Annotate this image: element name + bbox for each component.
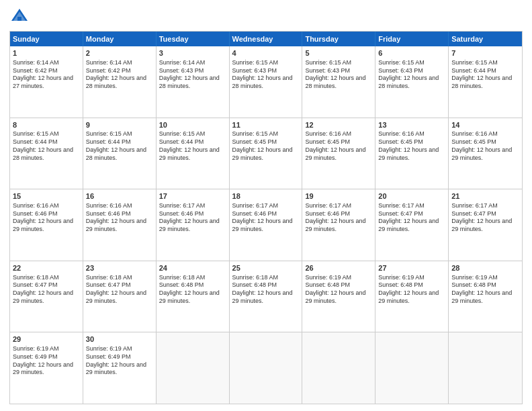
col-header-wednesday: Wednesday [230,32,303,46]
cal-cell: 5Sunrise: 6:15 AMSunset: 6:43 PMDaylight… [302,46,375,118]
cell-info: Sunrise: 6:17 AMSunset: 6:47 PMDaylight:… [451,202,519,234]
cell-info: Sunrise: 6:18 AMSunset: 6:48 PMDaylight:… [232,274,300,306]
cell-info: Sunrise: 6:19 AMSunset: 6:49 PMDaylight:… [86,345,153,377]
cal-cell [375,332,449,404]
day-number: 8 [13,120,80,130]
day-number: 23 [86,263,153,273]
day-number: 13 [378,120,445,130]
cal-cell [157,332,230,404]
cal-cell: 3Sunrise: 6:14 AMSunset: 6:43 PMDaylight… [157,46,230,118]
cell-info: Sunrise: 6:19 AMSunset: 6:49 PMDaylight:… [13,345,80,377]
day-number: 22 [13,263,80,273]
cell-info: Sunrise: 6:19 AMSunset: 6:48 PMDaylight:… [378,274,445,306]
cell-info: Sunrise: 6:19 AMSunset: 6:48 PMDaylight:… [451,274,519,306]
day-number: 11 [232,120,300,130]
cal-cell: 27Sunrise: 6:19 AMSunset: 6:48 PMDayligh… [375,261,449,332]
cal-cell: 26Sunrise: 6:19 AMSunset: 6:48 PMDayligh… [302,261,375,332]
cal-cell: 9Sunrise: 6:15 AMSunset: 6:44 PMDaylight… [83,118,157,189]
cal-cell: 25Sunrise: 6:18 AMSunset: 6:48 PMDayligh… [230,261,303,332]
day-number: 7 [451,48,519,58]
cal-cell: 7Sunrise: 6:15 AMSunset: 6:44 PMDaylight… [449,46,522,118]
day-number: 1 [13,48,80,58]
day-number: 21 [451,191,519,201]
cell-info: Sunrise: 6:15 AMSunset: 6:45 PMDaylight:… [232,130,300,162]
day-number: 15 [13,191,80,201]
cal-cell: 10Sunrise: 6:15 AMSunset: 6:44 PMDayligh… [157,118,230,189]
cell-info: Sunrise: 6:18 AMSunset: 6:47 PMDaylight:… [86,274,153,306]
cal-cell: 17Sunrise: 6:17 AMSunset: 6:46 PMDayligh… [157,189,230,261]
cal-cell: 13Sunrise: 6:16 AMSunset: 6:45 PMDayligh… [375,118,449,189]
day-number: 24 [159,263,226,273]
cell-info: Sunrise: 6:18 AMSunset: 6:48 PMDaylight:… [159,274,226,306]
cell-info: Sunrise: 6:19 AMSunset: 6:48 PMDaylight:… [305,274,372,306]
week-row-1: 1Sunrise: 6:14 AMSunset: 6:42 PMDaylight… [10,46,522,118]
cell-info: Sunrise: 6:14 AMSunset: 6:43 PMDaylight:… [159,59,226,91]
cell-info: Sunrise: 6:15 AMSunset: 6:43 PMDaylight:… [305,59,372,91]
cal-cell: 12Sunrise: 6:16 AMSunset: 6:45 PMDayligh… [302,118,375,189]
day-number: 26 [305,263,372,273]
day-number: 20 [378,191,445,201]
logo-icon [9,7,30,27]
cell-info: Sunrise: 6:17 AMSunset: 6:46 PMDaylight:… [305,202,372,234]
cell-info: Sunrise: 6:17 AMSunset: 6:46 PMDaylight:… [159,202,226,234]
cell-info: Sunrise: 6:18 AMSunset: 6:47 PMDaylight:… [13,274,80,306]
day-number: 27 [378,263,445,273]
cell-info: Sunrise: 6:17 AMSunset: 6:46 PMDaylight:… [232,202,300,234]
week-row-2: 8Sunrise: 6:15 AMSunset: 6:44 PMDaylight… [10,118,522,190]
cal-cell: 15Sunrise: 6:16 AMSunset: 6:46 PMDayligh… [10,189,83,261]
col-header-sunday: Sunday [10,32,83,46]
calendar-header-row: SundayMondayTuesdayWednesdayThursdayFrid… [10,32,522,46]
col-header-tuesday: Tuesday [157,32,230,46]
cell-info: Sunrise: 6:16 AMSunset: 6:46 PMDaylight:… [86,202,153,234]
cal-cell: 21Sunrise: 6:17 AMSunset: 6:47 PMDayligh… [449,189,522,261]
cal-cell: 22Sunrise: 6:18 AMSunset: 6:47 PMDayligh… [10,261,83,332]
cal-cell: 4Sunrise: 6:15 AMSunset: 6:43 PMDaylight… [230,46,303,118]
day-number: 17 [159,191,226,201]
day-number: 18 [232,191,300,201]
cell-info: Sunrise: 6:15 AMSunset: 6:43 PMDaylight:… [232,59,300,91]
logo [9,7,32,27]
day-number: 10 [159,120,226,130]
calendar: SundayMondayTuesdayWednesdayThursdayFrid… [9,31,523,404]
cell-info: Sunrise: 6:14 AMSunset: 6:42 PMDaylight:… [13,59,80,91]
week-row-4: 22Sunrise: 6:18 AMSunset: 6:47 PMDayligh… [10,261,522,333]
cal-cell: 18Sunrise: 6:17 AMSunset: 6:46 PMDayligh… [230,189,303,261]
cal-cell: 20Sunrise: 6:17 AMSunset: 6:47 PMDayligh… [375,189,449,261]
header [9,7,523,27]
cell-info: Sunrise: 6:15 AMSunset: 6:44 PMDaylight:… [159,130,226,162]
cal-cell [302,332,375,404]
col-header-friday: Friday [375,32,449,46]
day-number: 30 [86,334,153,345]
cal-cell [449,332,522,404]
col-header-saturday: Saturday [449,32,522,46]
cal-cell: 8Sunrise: 6:15 AMSunset: 6:44 PMDaylight… [10,118,83,189]
day-number: 4 [232,48,300,58]
cal-cell: 19Sunrise: 6:17 AMSunset: 6:46 PMDayligh… [302,189,375,261]
cal-cell: 24Sunrise: 6:18 AMSunset: 6:48 PMDayligh… [157,261,230,332]
cell-info: Sunrise: 6:14 AMSunset: 6:42 PMDaylight:… [86,59,153,91]
week-row-5: 29Sunrise: 6:19 AMSunset: 6:49 PMDayligh… [10,332,522,404]
cell-info: Sunrise: 6:16 AMSunset: 6:45 PMDaylight:… [451,130,519,162]
day-number: 29 [13,334,80,345]
cell-info: Sunrise: 6:15 AMSunset: 6:43 PMDaylight:… [378,59,445,91]
cal-cell: 16Sunrise: 6:16 AMSunset: 6:46 PMDayligh… [83,189,157,261]
cal-cell: 1Sunrise: 6:14 AMSunset: 6:42 PMDaylight… [10,46,83,118]
cal-cell: 28Sunrise: 6:19 AMSunset: 6:48 PMDayligh… [449,261,522,332]
day-number: 9 [86,120,153,130]
day-number: 12 [305,120,372,130]
week-row-3: 15Sunrise: 6:16 AMSunset: 6:46 PMDayligh… [10,189,522,261]
svg-rect-2 [17,17,21,21]
day-number: 25 [232,263,300,273]
cal-cell: 29Sunrise: 6:19 AMSunset: 6:49 PMDayligh… [10,332,83,404]
cell-info: Sunrise: 6:15 AMSunset: 6:44 PMDaylight:… [451,59,519,91]
cal-cell: 30Sunrise: 6:19 AMSunset: 6:49 PMDayligh… [83,332,157,404]
day-number: 28 [451,263,519,273]
cal-cell: 6Sunrise: 6:15 AMSunset: 6:43 PMDaylight… [375,46,449,118]
cell-info: Sunrise: 6:16 AMSunset: 6:45 PMDaylight:… [305,130,372,162]
col-header-monday: Monday [83,32,157,46]
col-header-thursday: Thursday [302,32,375,46]
cal-cell [230,332,303,404]
calendar-body: 1Sunrise: 6:14 AMSunset: 6:42 PMDaylight… [10,46,522,404]
day-number: 5 [305,48,372,58]
cal-cell: 2Sunrise: 6:14 AMSunset: 6:42 PMDaylight… [83,46,157,118]
